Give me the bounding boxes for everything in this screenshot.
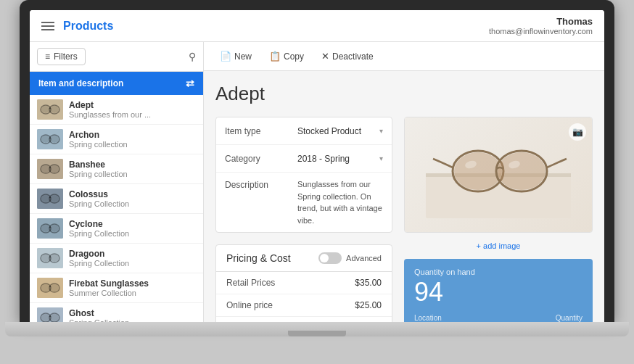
description-row: Description Sunglasses from our Spring c…	[216, 173, 392, 232]
form-section: Item type Stocked Product ▾ Category	[215, 117, 392, 322]
column-toggle-icon[interactable]: ⇄	[186, 78, 194, 89]
quantity-card: Quantity on hand 94 Location Quantity Cl…	[404, 259, 593, 322]
item-type-value[interactable]: Stocked Product ▾	[289, 120, 392, 142]
product-title: Adept	[215, 83, 593, 105]
sidebar: ≡ Filters ⚲ Item and description ⇄	[30, 42, 204, 322]
list-item[interactable]: Adept Sunglasses from our ...	[30, 95, 203, 125]
copy-button[interactable]: 📋 Copy	[265, 48, 308, 65]
item-type-label: Item type	[216, 120, 289, 142]
svg-point-18	[41, 195, 50, 202]
item-name: Adept	[69, 100, 196, 110]
search-icon: ⚲	[189, 51, 196, 62]
item-name: Banshee	[69, 160, 196, 170]
item-name: Dragoon	[69, 249, 196, 259]
item-name: Ghost	[69, 308, 196, 318]
svg-point-29	[50, 255, 59, 262]
product-image	[405, 117, 592, 232]
item-name: Firebat Sunglasses	[69, 278, 196, 289]
item-sub: Spring Collection	[69, 199, 196, 208]
thumb-graphic	[37, 129, 63, 149]
deactivate-button[interactable]: ✕ Deactivate	[317, 48, 378, 65]
quantity-table-header: Location Quantity	[414, 314, 582, 322]
item-sub: Spring Collection	[69, 259, 196, 268]
advanced-toggle[interactable]: Advanced	[318, 252, 382, 264]
list-item[interactable]: Cyclone Spring Collection	[30, 214, 203, 244]
item-thumbnail	[37, 99, 63, 120]
filter-button[interactable]: ≡ Filters	[37, 48, 86, 65]
item-thumbnail	[37, 159, 63, 179]
pricing-title: Pricing & Cost	[226, 252, 291, 264]
user-name: Thomas	[489, 16, 593, 27]
svg-point-33	[41, 284, 50, 291]
sidebar-column-header: Item and description ⇄	[30, 72, 203, 95]
item-type-chevron: ▾	[379, 127, 383, 135]
list-item[interactable]: Colossus Spring Collection	[30, 184, 203, 214]
item-info: Colossus Spring Collection	[69, 189, 196, 208]
pricing-row-label: Online price	[226, 300, 324, 310]
list-item[interactable]: Ghost Spring Collection	[30, 303, 203, 322]
list-item[interactable]: Dragoon Spring Collection	[30, 244, 203, 273]
list-item[interactable]: Banshee Spring collection	[30, 154, 203, 184]
item-info: Ghost Spring Collection	[69, 308, 196, 322]
pricing-rows: Retail Prices $35.00 Online price $25.00…	[216, 272, 392, 322]
new-button[interactable]: 📄 New	[215, 48, 256, 65]
camera-icon: 📷	[572, 127, 583, 137]
user-email: thomas@inflowinventory.com	[489, 27, 593, 36]
app-title: Products	[63, 20, 113, 33]
svg-point-38	[41, 314, 50, 321]
hamburger-menu[interactable]	[41, 22, 54, 30]
main-content: 📄 New 📋 Copy ✕ Deactivate Ad	[204, 42, 604, 322]
svg-point-19	[50, 195, 59, 202]
svg-point-48	[454, 152, 502, 190]
add-image-link[interactable]: + add image	[404, 239, 593, 253]
copy-icon: 📋	[269, 51, 281, 62]
list-item[interactable]: Archon Spring collection	[30, 125, 203, 154]
svg-point-34	[50, 284, 59, 291]
item-info: Adept Sunglasses from our ...	[69, 100, 196, 119]
pricing-row: VIP price $20.00	[216, 317, 392, 322]
item-thumbnail	[37, 278, 63, 298]
new-icon: 📄	[220, 51, 231, 62]
qty-col-location: Location	[414, 314, 442, 322]
list-item[interactable]: Firebat Sunglasses Summer Collection	[30, 273, 203, 303]
item-name: Colossus	[69, 189, 196, 199]
product-list: Adept Sunglasses from our ... Archon Spr…	[30, 95, 203, 322]
thumb-graphic	[37, 189, 63, 209]
description-value[interactable]: Sunglasses from our Spring collection. O…	[289, 173, 392, 232]
filter-icon: ≡	[45, 51, 50, 62]
item-info: Cyclone Spring Collection	[69, 219, 196, 238]
svg-point-24	[50, 225, 59, 232]
quantity-value: 94	[414, 279, 582, 305]
thumb-graphic	[37, 159, 63, 179]
category-value[interactable]: 2018 - Spring ▾	[289, 148, 392, 170]
sidebar-toolbar: ≡ Filters ⚲	[30, 42, 203, 72]
item-thumbnail	[37, 189, 63, 209]
category-label: Category	[216, 148, 289, 170]
thumb-graphic	[37, 218, 63, 239]
item-info: Banshee Spring collection	[69, 160, 196, 178]
pricing-row-value[interactable]: $35.00	[324, 278, 382, 288]
toggle-knob	[320, 254, 329, 262]
svg-point-28	[41, 255, 50, 262]
camera-button[interactable]: 📷	[569, 123, 586, 141]
quantity-label: Quantity on hand	[414, 268, 582, 276]
svg-point-8	[41, 136, 50, 143]
item-thumbnail	[37, 218, 63, 239]
qty-col-quantity: Quantity	[556, 314, 582, 322]
deactivate-icon: ✕	[321, 51, 329, 62]
category-row: Category 2018 - Spring ▾	[216, 145, 392, 173]
thumb-graphic	[37, 278, 63, 298]
pricing-header: Pricing & Cost Advanced	[216, 245, 392, 272]
image-section: 📷 + add image Quantity on hand 94 Locati…	[404, 117, 593, 322]
advanced-switch[interactable]	[318, 252, 342, 264]
item-info: Dragoon Spring Collection	[69, 249, 196, 268]
search-button[interactable]: ⚲	[189, 51, 196, 62]
pricing-row-value[interactable]: $25.00	[324, 300, 382, 310]
item-thumbnail	[37, 129, 63, 149]
item-sub: Spring collection	[69, 140, 196, 149]
sunglasses-graphic	[426, 131, 571, 218]
content-toolbar: 📄 New 📋 Copy ✕ Deactivate	[204, 42, 604, 71]
item-sub: Spring collection	[69, 170, 196, 178]
item-info: Archon Spring collection	[69, 130, 196, 149]
category-chevron: ▾	[379, 154, 383, 162]
